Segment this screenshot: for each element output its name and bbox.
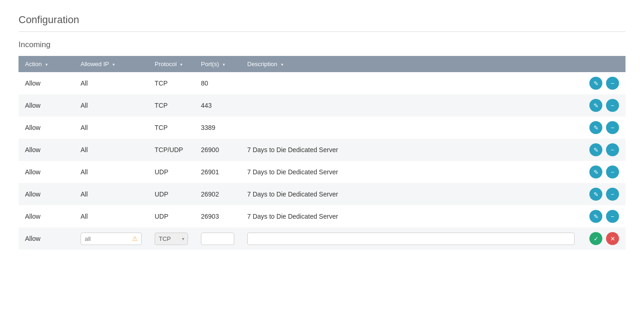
edit-button[interactable]: ✎ (589, 143, 602, 156)
table-row: Allow All UDP 26902 7 Days to Die Dedica… (19, 183, 625, 205)
cell-port: 3389 (194, 117, 241, 139)
sort-arrow-protocol: ▾ (180, 62, 182, 67)
sort-arrow-action: ▾ (45, 62, 48, 67)
table-row: Allow All TCP 443 ✎ − (19, 94, 625, 117)
cell-description (241, 72, 581, 94)
remove-button[interactable]: − (606, 166, 619, 178)
cell-port: 443 (194, 94, 241, 117)
new-row-action: Allow (19, 227, 74, 250)
warning-icon: ⚠ (132, 235, 138, 242)
cell-row-actions: ✎ − (581, 72, 625, 94)
col-header-action[interactable]: Action ▾ (19, 56, 74, 72)
cell-port: 26902 (194, 183, 241, 205)
col-header-protocol[interactable]: Protocol ▾ (148, 56, 194, 72)
table-row: Allow All UDP 26903 7 Days to Die Dedica… (19, 205, 625, 227)
cell-ip: All (74, 94, 148, 117)
confirm-button[interactable]: ✓ (589, 232, 602, 245)
cell-description: 7 Days to Die Dedicated Server (241, 161, 581, 183)
cell-description: 7 Days to Die Dedicated Server (241, 205, 581, 227)
new-rule-row: Allow ⚠ TCPUDPTCP/UDP ▾ ✓ ✕ (19, 227, 625, 250)
col-header-allowed-ip[interactable]: Allowed IP ▾ (74, 56, 148, 72)
cell-row-actions: ✎ − (581, 183, 625, 205)
cell-protocol: UDP (148, 205, 194, 227)
edit-button[interactable]: ✎ (589, 121, 602, 134)
new-description-input[interactable] (247, 233, 575, 245)
sort-arrow-description: ▾ (281, 62, 283, 67)
new-row-ip-cell: ⚠ (74, 227, 148, 250)
cell-port: 80 (194, 72, 241, 94)
cell-row-actions: ✎ − (581, 117, 625, 139)
edit-button[interactable]: ✎ (589, 166, 602, 178)
cell-port: 26900 (194, 139, 241, 161)
cell-description: 7 Days to Die Dedicated Server (241, 139, 581, 161)
cell-protocol: TCP (148, 94, 194, 117)
new-port-input[interactable] (201, 233, 234, 245)
cell-description (241, 117, 581, 139)
cell-row-actions: ✎ − (581, 139, 625, 161)
firewall-table: Action ▾ Allowed IP ▾ Protocol ▾ Port(s)… (19, 56, 625, 250)
edit-button[interactable]: ✎ (589, 77, 602, 90)
cell-protocol: UDP (148, 183, 194, 205)
table-header-row: Action ▾ Allowed IP ▾ Protocol ▾ Port(s)… (19, 56, 625, 72)
edit-button[interactable]: ✎ (589, 99, 602, 112)
page-title: Configuration (19, 14, 625, 32)
cell-action: Allow (19, 94, 74, 117)
table-row: Allow All UDP 26901 7 Days to Die Dedica… (19, 161, 625, 183)
cell-ip: All (74, 72, 148, 94)
cell-port: 26901 (194, 161, 241, 183)
col-header-actions (581, 56, 625, 72)
new-row-protocol-cell: TCPUDPTCP/UDP ▾ (148, 227, 194, 250)
sort-arrow-port: ▾ (223, 62, 225, 67)
table-row: Allow All TCP 80 ✎ − (19, 72, 625, 94)
col-header-port[interactable]: Port(s) ▾ (194, 56, 241, 72)
cell-ip: All (74, 183, 148, 205)
page-container: Configuration Incoming Action ▾ Allowed … (0, 0, 644, 264)
new-protocol-select[interactable]: TCPUDPTCP/UDP (155, 233, 188, 245)
cell-protocol: TCP (148, 117, 194, 139)
cell-action: Allow (19, 72, 74, 94)
cell-protocol: TCP/UDP (148, 139, 194, 161)
cell-action: Allow (19, 139, 74, 161)
cell-description (241, 94, 581, 117)
cancel-button[interactable]: ✕ (606, 232, 619, 245)
remove-button[interactable]: − (606, 121, 619, 134)
remove-button[interactable]: − (606, 143, 619, 156)
remove-button[interactable]: − (606, 210, 619, 223)
remove-button[interactable]: − (606, 188, 619, 201)
cell-row-actions: ✎ − (581, 94, 625, 117)
cell-row-actions: ✎ − (581, 161, 625, 183)
cell-description: 7 Days to Die Dedicated Server (241, 183, 581, 205)
new-row-description-cell (241, 227, 581, 250)
cell-action: Allow (19, 161, 74, 183)
table-row: Allow All TCP 3389 ✎ − (19, 117, 625, 139)
remove-button[interactable]: − (606, 77, 619, 90)
cell-protocol: TCP (148, 72, 194, 94)
col-header-description[interactable]: Description ▾ (241, 56, 581, 72)
edit-button[interactable]: ✎ (589, 210, 602, 223)
cell-action: Allow (19, 205, 74, 227)
sort-arrow-ip: ▾ (113, 62, 115, 67)
table-row: Allow All TCP/UDP 26900 7 Days to Die De… (19, 139, 625, 161)
edit-button[interactable]: ✎ (589, 188, 602, 201)
new-row-confirm-cell: ✓ ✕ (581, 227, 625, 250)
cell-ip: All (74, 161, 148, 183)
cell-protocol: UDP (148, 161, 194, 183)
cell-action: Allow (19, 117, 74, 139)
cell-action: Allow (19, 183, 74, 205)
cell-ip: All (74, 117, 148, 139)
cell-ip: All (74, 139, 148, 161)
section-title: Incoming (19, 40, 625, 49)
new-row-port-cell (194, 227, 241, 250)
remove-button[interactable]: − (606, 99, 619, 112)
cell-port: 26903 (194, 205, 241, 227)
cell-row-actions: ✎ − (581, 205, 625, 227)
cell-ip: All (74, 205, 148, 227)
